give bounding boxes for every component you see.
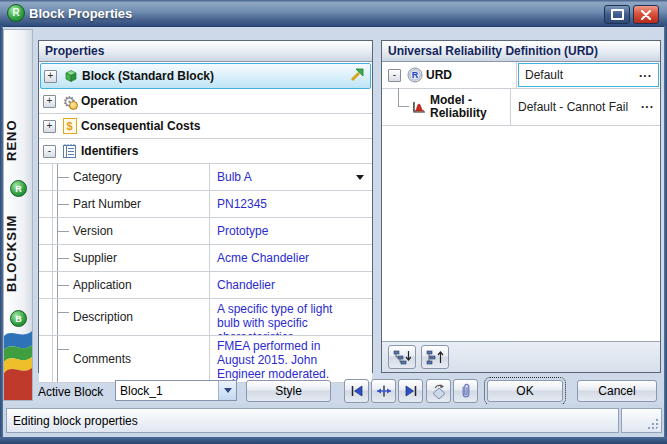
window-frame-bottom bbox=[0, 437, 667, 444]
urd-value-field[interactable]: Default ... bbox=[518, 63, 659, 87]
row-version: Version Prototype bbox=[39, 218, 372, 245]
row-application: Application Chandelier bbox=[39, 272, 372, 299]
row-category: Category Bulb A bbox=[39, 164, 372, 191]
expand-operation-button[interactable]: + bbox=[43, 95, 56, 108]
section-label-identifiers: Identifiers bbox=[81, 144, 138, 158]
prev-block-icon bbox=[349, 384, 365, 398]
maximize-icon bbox=[611, 9, 624, 20]
reno-app-icon: R bbox=[7, 4, 25, 22]
urd-label: URD bbox=[426, 69, 452, 82]
collapse-tree-icon bbox=[426, 349, 444, 365]
model-reliability-row: Model - Reliability Default - Cannot Fai… bbox=[382, 89, 660, 126]
row-part-number: Part Number PN12345 bbox=[39, 191, 372, 218]
supplier-label: Supplier bbox=[73, 251, 117, 265]
fit-blocks-button[interactable] bbox=[371, 379, 396, 403]
collapse-urd-button[interactable]: - bbox=[388, 69, 401, 82]
link-arrow-icon[interactable] bbox=[349, 67, 365, 83]
block-style-button[interactable] bbox=[426, 379, 451, 403]
collapse-tree-button[interactable] bbox=[421, 345, 449, 369]
properties-panel: Properties + Block (Standard Block) + bbox=[38, 40, 373, 373]
ok-button[interactable]: OK bbox=[487, 380, 563, 402]
brand-reno-text: RENO bbox=[4, 104, 32, 176]
cancel-button[interactable]: Cancel bbox=[577, 380, 657, 402]
close-icon bbox=[641, 10, 651, 20]
close-button[interactable] bbox=[633, 5, 659, 24]
urd-panel: Universal Reliability Definition (URD) -… bbox=[381, 40, 661, 373]
brand-strip: RENO R BlockSim B bbox=[3, 29, 33, 401]
urd-panel-title: Universal Reliability Definition (URD) bbox=[388, 44, 598, 58]
expand-costs-button[interactable]: + bbox=[43, 120, 56, 133]
maximize-button[interactable] bbox=[604, 5, 630, 24]
reno-logo-icon: R bbox=[10, 180, 27, 197]
section-row-identifiers[interactable]: - Identifiers bbox=[39, 139, 372, 164]
category-dropdown-arrow[interactable] bbox=[356, 175, 364, 180]
description-value-field[interactable]: A specific type of light bulb with speci… bbox=[210, 299, 372, 335]
block-cube-icon bbox=[62, 68, 79, 85]
svg-text:R: R bbox=[411, 70, 418, 80]
category-label: Category bbox=[73, 170, 122, 184]
row-description: Description A specific type of light bul… bbox=[39, 299, 372, 336]
section-row-costs[interactable]: + $ Consequential Costs bbox=[39, 114, 372, 139]
attachments-button[interactable] bbox=[453, 379, 478, 403]
row-comments: Comments FMEA performed in August 2015. … bbox=[39, 336, 372, 383]
collapse-identifiers-button[interactable]: - bbox=[43, 145, 56, 158]
gear-clock-icon: ⚙ bbox=[61, 93, 78, 110]
reliasoft-swirl-logo bbox=[4, 328, 32, 400]
active-block-dropdown-button[interactable] bbox=[218, 381, 236, 400]
paperclip-icon bbox=[460, 383, 472, 399]
version-value-field[interactable]: Prototype bbox=[210, 218, 372, 244]
row-supplier: Supplier Acme Chandelier bbox=[39, 245, 372, 272]
status-bar: Editing block properties bbox=[3, 404, 664, 437]
status-message: Editing block properties bbox=[6, 408, 619, 433]
section-row-block[interactable]: + Block (Standard Block) bbox=[40, 63, 371, 89]
comments-label: Comments bbox=[73, 352, 131, 366]
active-block-select[interactable]: Block_1 bbox=[115, 380, 237, 401]
description-label: Description bbox=[73, 310, 133, 324]
application-label: Application bbox=[73, 278, 132, 292]
version-label: Version bbox=[73, 224, 113, 238]
expand-block-button[interactable]: + bbox=[44, 70, 57, 83]
model-browse-button[interactable]: ... bbox=[641, 97, 654, 111]
supplier-value-field[interactable]: Acme Chandelier bbox=[210, 245, 372, 271]
urd-row: - R URD Default ... bbox=[382, 62, 660, 89]
fit-blocks-icon bbox=[376, 384, 392, 398]
expand-tree-icon bbox=[393, 349, 411, 365]
rotate-diamond-icon bbox=[431, 383, 447, 399]
section-label-block: Block (Standard Block) bbox=[82, 69, 214, 83]
urd-panel-header: Universal Reliability Definition (URD) bbox=[382, 41, 660, 62]
next-block-icon bbox=[403, 384, 419, 398]
application-value-field[interactable]: Chandelier bbox=[210, 272, 372, 298]
blocksim-logo-icon: B bbox=[10, 310, 27, 327]
properties-panel-header: Properties bbox=[39, 41, 372, 62]
comments-value-field[interactable]: FMEA performed in August 2015. John Engi… bbox=[210, 336, 372, 382]
dollar-icon: $ bbox=[61, 118, 78, 135]
panel-splitter[interactable] bbox=[373, 40, 381, 373]
category-value-field[interactable]: Bulb A bbox=[210, 164, 372, 190]
next-block-button[interactable] bbox=[398, 379, 423, 403]
urd-footer-toolbar bbox=[382, 341, 660, 372]
active-block-value: Block_1 bbox=[116, 384, 218, 398]
part-number-value-field[interactable]: PN12345 bbox=[210, 191, 372, 217]
properties-panel-title: Properties bbox=[45, 44, 104, 58]
brand-blocksim-text: BlockSim bbox=[4, 200, 32, 306]
window-title: Block Properties bbox=[29, 6, 132, 21]
urd-browse-button[interactable]: ... bbox=[639, 66, 652, 80]
reliability-model-icon bbox=[410, 99, 427, 116]
prev-block-button[interactable] bbox=[344, 379, 369, 403]
chevron-down-icon bbox=[224, 388, 232, 393]
resize-grip[interactable] bbox=[647, 418, 660, 431]
active-block-label: Active Block bbox=[38, 385, 103, 399]
notepad-icon bbox=[61, 143, 78, 160]
status-grip-panel bbox=[621, 408, 662, 433]
urd-badge-icon: R bbox=[406, 67, 423, 84]
expand-tree-button[interactable] bbox=[388, 345, 416, 369]
section-label-operation: Operation bbox=[81, 94, 138, 108]
title-bar[interactable]: R Block Properties bbox=[0, 0, 667, 27]
style-button[interactable]: Style bbox=[246, 380, 331, 402]
model-reliability-label: Model - Reliability bbox=[430, 94, 494, 120]
part-number-label: Part Number bbox=[73, 197, 141, 211]
model-reliability-value-field[interactable]: Default - Cannot Fail ... bbox=[511, 89, 660, 125]
section-label-costs: Consequential Costs bbox=[81, 119, 200, 133]
block-properties-dialog: R Block Properties RENO R BlockSim B Pro… bbox=[0, 0, 667, 444]
section-row-operation[interactable]: + ⚙ Operation bbox=[39, 89, 372, 114]
